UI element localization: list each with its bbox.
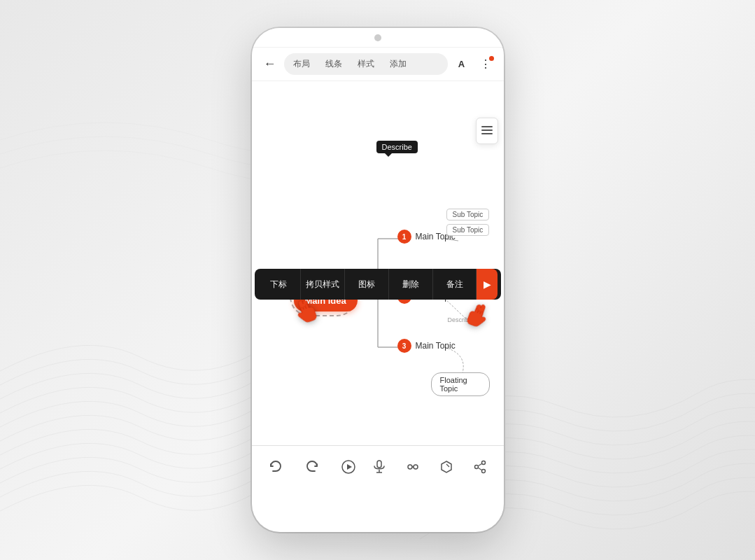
svg-marker-12 bbox=[347, 464, 352, 470]
svg-rect-13 bbox=[377, 461, 381, 468]
context-menu-arrow[interactable]: ▶ bbox=[477, 269, 498, 300]
list-icon[interactable] bbox=[479, 122, 495, 139]
context-menu-notes[interactable]: 备注 bbox=[433, 269, 477, 300]
app-toolbar: ← 布局 线条 样式 添加 A ⋮ bbox=[252, 48, 504, 81]
svg-point-21 bbox=[474, 465, 478, 468]
font-icon-button[interactable]: A bbox=[452, 55, 472, 74]
svg-line-24 bbox=[478, 463, 482, 466]
topic-badge-1: 1 bbox=[397, 230, 411, 244]
svg-marker-19 bbox=[442, 461, 451, 472]
context-menu-delete[interactable]: 删除 bbox=[389, 269, 433, 300]
notification-dot bbox=[489, 56, 494, 61]
undo-button[interactable] bbox=[263, 454, 288, 479]
phone-frame: ← 布局 线条 样式 添加 A ⋮ bbox=[252, 28, 504, 532]
bottom-toolbar-right bbox=[367, 454, 493, 479]
topic-node-3[interactable]: 3 Main Topic bbox=[397, 339, 456, 353]
svg-rect-0 bbox=[481, 126, 493, 127]
link1-button[interactable] bbox=[400, 454, 425, 479]
bottom-toolbar bbox=[252, 445, 504, 487]
svg-rect-1 bbox=[481, 130, 493, 131]
toolbar-pill-style[interactable]: 样式 bbox=[351, 55, 381, 73]
svg-point-17 bbox=[414, 465, 418, 469]
font-icon: A bbox=[458, 59, 465, 69]
svg-point-16 bbox=[408, 465, 412, 469]
topic-badge-3: 3 bbox=[397, 339, 411, 353]
side-panel bbox=[476, 118, 498, 144]
sub-topic-1[interactable]: Sub Topic bbox=[446, 209, 490, 220]
more-button[interactable]: ⋮ bbox=[476, 55, 495, 74]
svg-line-25 bbox=[478, 468, 482, 470]
play-button[interactable] bbox=[336, 454, 361, 479]
svg-point-23 bbox=[481, 469, 485, 472]
share-button[interactable] bbox=[467, 454, 493, 479]
mindmap-canvas[interactable]: Describe Main Idea 1 Main Topic Sub Topi… bbox=[252, 81, 504, 487]
toolbar-pill-add[interactable]: 添加 bbox=[383, 55, 414, 73]
svg-line-20 bbox=[446, 464, 449, 467]
redo-button[interactable] bbox=[299, 454, 325, 479]
phone-camera bbox=[374, 34, 381, 41]
phone-top-bar bbox=[252, 28, 504, 48]
describe-tooltip: Describe bbox=[376, 141, 418, 153]
back-button[interactable]: ← bbox=[260, 55, 280, 74]
link2-button[interactable] bbox=[434, 454, 459, 479]
svg-point-22 bbox=[481, 461, 485, 464]
mic-button[interactable] bbox=[367, 454, 392, 479]
context-menu-subscript[interactable]: 下标 bbox=[257, 269, 302, 300]
context-menu-copy-style[interactable]: 拷贝样式 bbox=[301, 269, 345, 300]
svg-rect-2 bbox=[481, 133, 493, 134]
toolbar-pills: 布局 线条 样式 添加 bbox=[284, 53, 448, 75]
floating-topic[interactable]: Floating Topic bbox=[431, 372, 490, 396]
context-menu: 下标 拷贝样式 图标 删除 备注 ▶ bbox=[255, 269, 501, 300]
sub-topic-2[interactable]: Sub Topic bbox=[446, 224, 490, 236]
toolbar-pill-layout[interactable]: 布局 bbox=[286, 55, 317, 73]
toolbar-pill-lines[interactable]: 线条 bbox=[318, 55, 349, 73]
topic-text-3: Main Topic bbox=[416, 341, 456, 351]
context-menu-icon[interactable]: 图标 bbox=[345, 269, 389, 300]
bottom-toolbar-left bbox=[263, 454, 361, 479]
